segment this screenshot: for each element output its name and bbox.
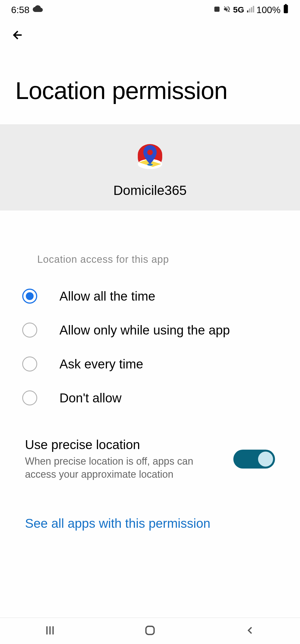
radio-label: Ask every time — [59, 356, 143, 371]
refresh-icon — [213, 4, 221, 15]
svg-rect-10 — [146, 626, 154, 634]
radio-allow-all-time — [22, 289, 37, 304]
radio-label: Allow only while using the app — [59, 323, 230, 338]
precise-location-section[interactable]: Use precise location When precise locati… — [0, 415, 300, 481]
battery-icon — [283, 4, 289, 16]
toggle-subtitle: When precise location is off, apps can a… — [25, 455, 222, 481]
cloud-icon — [33, 4, 43, 16]
option-ask-every-time[interactable]: Ask every time — [22, 347, 278, 381]
svg-rect-2 — [285, 4, 287, 6]
svg-point-5 — [147, 150, 153, 155]
svg-rect-0 — [214, 6, 220, 12]
app-icon — [133, 140, 167, 173]
page-title: Location permission — [0, 51, 300, 124]
option-dont-allow[interactable]: Don't allow — [22, 381, 278, 415]
radio-dont-allow — [22, 390, 37, 405]
section-label: Location access for this app — [0, 254, 300, 279]
app-name: Domicile365 — [113, 183, 187, 198]
header-bar — [0, 19, 300, 51]
status-right: 5G 100% — [213, 4, 289, 16]
recents-button[interactable] — [44, 624, 56, 638]
see-all-apps-link[interactable]: See all apps with this permission — [25, 516, 275, 531]
toggle-text: Use precise location When precise locati… — [25, 437, 233, 481]
precise-location-toggle[interactable] — [233, 450, 275, 469]
back-nav-button[interactable] — [244, 624, 256, 638]
mute-icon — [223, 4, 231, 15]
status-left: 6:58 — [11, 4, 43, 16]
nav-bar — [0, 618, 300, 644]
toggle-title: Use precise location — [25, 437, 222, 452]
radio-label: Don't allow — [59, 390, 122, 405]
status-time: 6:58 — [11, 4, 29, 15]
app-section: Domicile365 — [0, 124, 300, 210]
option-allow-while-using[interactable]: Allow only while using the app — [22, 313, 278, 347]
option-allow-all-time[interactable]: Allow all the time — [22, 279, 278, 313]
back-button[interactable] — [11, 28, 24, 43]
radio-allow-while-using — [22, 323, 37, 338]
svg-point-6 — [147, 164, 153, 166]
network-type: 5G — [233, 5, 244, 14]
status-bar: 6:58 5G 100% — [0, 0, 300, 19]
radio-label: Allow all the time — [59, 289, 155, 304]
options-section: Location access for this app Allow all t… — [0, 210, 300, 531]
radio-ask-every-time — [22, 356, 37, 371]
link-section: See all apps with this permission — [0, 481, 300, 531]
battery-percent: 100% — [256, 4, 281, 15]
home-button[interactable] — [144, 624, 156, 638]
signal-icon — [246, 4, 254, 15]
svg-rect-1 — [284, 5, 288, 13]
